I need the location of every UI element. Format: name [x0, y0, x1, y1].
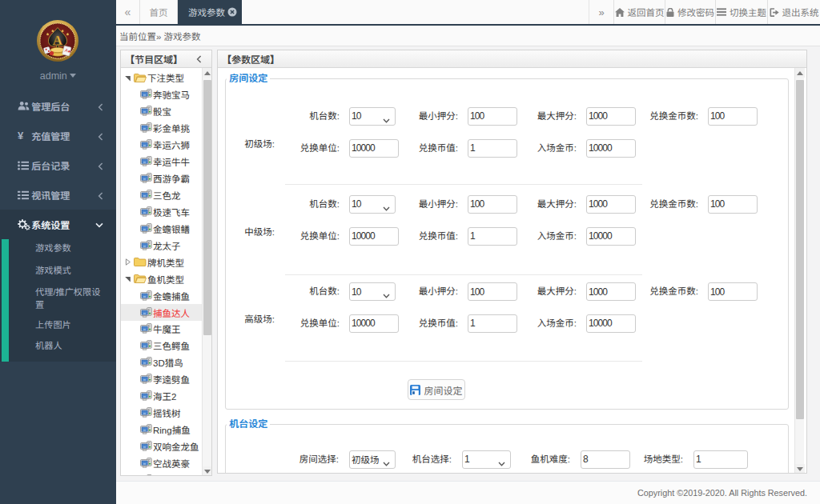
svg-text:A: A [53, 33, 63, 48]
